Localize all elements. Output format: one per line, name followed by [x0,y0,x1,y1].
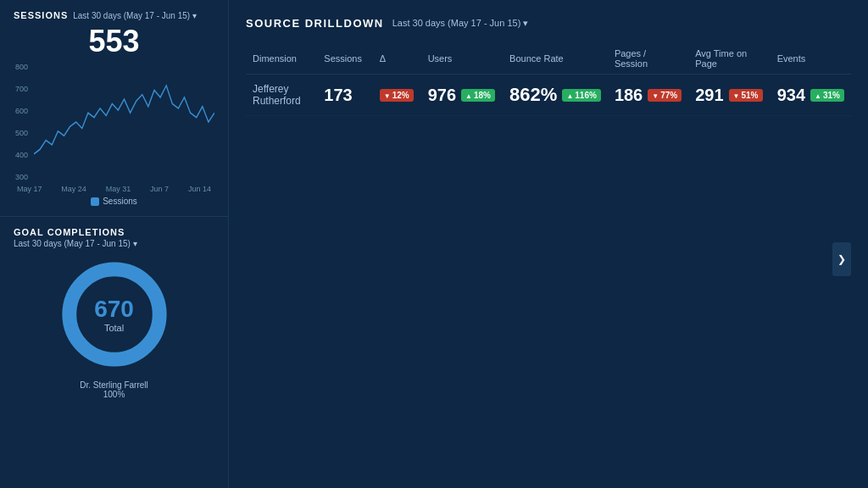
badge-up: 31% [810,89,844,102]
goal-chevron-icon: ▾ [133,239,137,248]
chevron-right-icon: ❯ [837,253,846,265]
badge-down: 77% [648,89,682,102]
donut-center: 670 Total [94,296,134,333]
col-header-dimension: Dimension [246,43,317,75]
cell-users: 976 18% [421,75,503,116]
col-header-avgtime: Avg Time on Page [688,43,770,75]
drilldown-title: SOURCE DRILLDOWN [246,17,384,30]
cell-sessions: 173 [317,75,372,116]
badge-down: 51% [729,89,763,102]
sessions-chart: 800 700 600 500 400 300 [14,63,214,181]
badge-up: 116% [562,89,601,102]
goal-person-name: Dr. Sterling Farrell [80,380,148,390]
badge-up: 18% [461,89,495,102]
cell-delta: 12% [373,75,421,116]
sessions-widget: SESSIONS Last 30 days (May 17 - Jun 15) … [0,0,228,217]
drilldown-date-range[interactable]: Last 30 days (May 17 - Jun 15) ▾ [392,18,529,29]
goal-date-range[interactable]: Last 30 days (May 17 - Jun 15) ▾ [14,239,137,248]
col-header-delta: Δ [373,43,421,75]
col-header-sessions: Sessions [317,43,372,75]
goal-value: 670 [94,296,134,323]
goal-widget: GOAL COMPLETIONS Last 30 days (May 17 - … [0,217,228,488]
col-header-users: Users [421,43,503,75]
drilldown-table-wrapper: Dimension Sessions Δ Users Bounce Rate P… [246,43,851,474]
cell-dimension: Jefferey Rutherford [246,75,317,116]
sessions-date-range[interactable]: Last 30 days (May 17 - Jun 15) ▾ [73,11,197,20]
sessions-header: SESSIONS Last 30 days (May 17 - Jun 15) … [14,10,214,20]
cell-avgtime: 291 51% [688,75,770,116]
scroll-right-button[interactable]: ❯ [832,242,851,276]
col-header-bounce: Bounce Rate [503,43,608,75]
chart-y-axis: 800 700 600 500 400 300 [14,63,30,181]
sessions-legend: Sessions [14,197,214,206]
chart-x-axis: May 17 May 24 May 31 Jun 7 Jun 14 [14,185,214,193]
col-header-pages: Pages / Session [608,43,688,75]
goal-donut-chart: 670 Total [55,255,174,374]
sessions-chevron-icon: ▾ [192,11,197,20]
drilldown-chevron-icon: ▾ [523,18,528,28]
legend-dot [91,197,99,206]
sessions-title: SESSIONS [14,10,68,20]
badge-down: 12% [380,89,414,102]
col-header-events: Events [771,43,851,75]
goal-title: GOAL COMPLETIONS [14,227,125,237]
cell-bounce: 862% 116% [503,75,608,116]
goal-label: Total [94,323,134,333]
table-row: Jefferey Rutherford 173 12% 976 18% 862% [246,75,851,116]
goal-person-pct: 100% [80,390,148,399]
drilldown-table: Dimension Sessions Δ Users Bounce Rate P… [246,43,851,116]
cell-events: 934 31% [771,75,851,116]
drilldown-header: SOURCE DRILLDOWN Last 30 days (May 17 - … [246,17,851,30]
left-panel: SESSIONS Last 30 days (May 17 - Jun 15) … [0,0,229,488]
legend-label: Sessions [103,197,137,206]
goal-footer: Dr. Sterling Farrell 100% [80,380,148,399]
sessions-value: 553 [14,24,214,59]
table-header-row: Dimension Sessions Δ Users Bounce Rate P… [246,43,851,75]
cell-pages: 186 77% [608,75,688,116]
main-panel: SOURCE DRILLDOWN Last 30 days (May 17 - … [229,0,868,488]
